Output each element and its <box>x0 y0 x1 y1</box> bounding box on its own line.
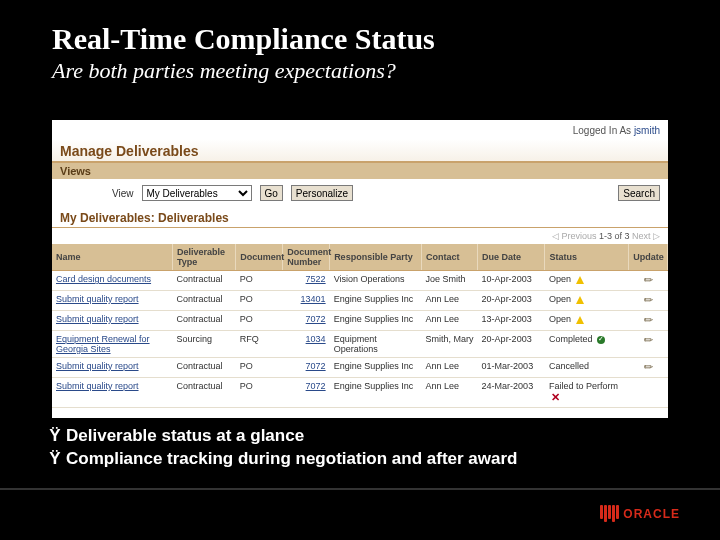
oracle-logo: ORACLE <box>600 505 680 522</box>
cell-due-date: 20-Apr-2003 <box>478 331 545 358</box>
pagination-next: Next ▷ <box>632 231 660 241</box>
go-button[interactable]: Go <box>260 185 283 201</box>
warning-icon <box>576 296 584 304</box>
cell-due-date: 20-Apr-2003 <box>478 291 545 311</box>
cell-document-number: 7522 <box>283 271 330 291</box>
cell-type: Sourcing <box>172 331 235 358</box>
cell-type: Contractual <box>172 311 235 331</box>
search-button[interactable]: Search <box>618 185 660 201</box>
document-number-link[interactable]: 7072 <box>306 314 326 324</box>
cell-name: Card design documents <box>52 271 172 291</box>
document-number-link[interactable]: 7072 <box>306 381 326 391</box>
deliverable-link[interactable]: Submit quality report <box>56 294 139 304</box>
cell-contact: Joe Smith <box>421 271 477 291</box>
cell-contact: Ann Lee <box>421 378 477 408</box>
table-row: Submit quality reportContractualPO13401E… <box>52 291 668 311</box>
cell-document: PO <box>236 358 283 378</box>
application-screenshot: Logged In As jsmith Manage Deliverables … <box>52 120 668 418</box>
views-section-header: Views <box>52 163 668 179</box>
edit-icon[interactable]: ✎ <box>640 360 656 376</box>
deliverable-link[interactable]: Submit quality report <box>56 314 139 324</box>
deliverables-table: Name Deliverable Type Document Document … <box>52 244 668 408</box>
cell-type: Contractual <box>172 358 235 378</box>
bullet-text: Deliverable status at a glance <box>66 426 304 445</box>
cell-responsible-party: Engine Supplies Inc <box>330 291 422 311</box>
view-select[interactable]: My Deliverables <box>142 185 252 201</box>
cell-contact: Smith, Mary <box>421 331 477 358</box>
col-update[interactable]: Update <box>629 244 668 271</box>
cell-responsible-party: Engine Supplies Inc <box>330 311 422 331</box>
warning-icon <box>576 276 584 284</box>
table-row: Submit quality reportContractualPO7072En… <box>52 378 668 408</box>
bullet-icon: Ÿ <box>44 449 66 469</box>
pagination-range: 1-3 of 3 <box>599 231 630 241</box>
cell-due-date: 01-Mar-2003 <box>478 358 545 378</box>
check-icon <box>597 336 605 344</box>
table-row: Submit quality reportContractualPO7072En… <box>52 358 668 378</box>
slide-subtitle: Are both parties meeting expectations? <box>0 56 720 84</box>
personalize-button[interactable]: Personalize <box>291 185 353 201</box>
cell-status: Cancelled <box>545 358 629 378</box>
cell-document-number: 7072 <box>283 358 330 378</box>
page-title: Manage Deliverables <box>52 139 668 163</box>
cell-document-number: 7072 <box>283 378 330 408</box>
document-number-link[interactable]: 1034 <box>306 334 326 344</box>
x-icon: ✕ <box>551 391 560 404</box>
view-label: View <box>112 188 134 199</box>
document-number-link[interactable]: 7522 <box>306 274 326 284</box>
table-row: Equipment Renewal for Georgia SitesSourc… <box>52 331 668 358</box>
col-name[interactable]: Name <box>52 244 172 271</box>
pagination-previous: ◁ Previous <box>552 231 597 241</box>
table-row: Submit quality reportContractualPO7072En… <box>52 311 668 331</box>
cell-name: Submit quality report <box>52 311 172 331</box>
bullet-text: Compliance tracking during negotiation a… <box>66 449 518 468</box>
edit-icon[interactable]: ✎ <box>640 333 656 349</box>
document-number-link[interactable]: 7072 <box>306 361 326 371</box>
cell-contact: Ann Lee <box>421 358 477 378</box>
table-header-row: Name Deliverable Type Document Document … <box>52 244 668 271</box>
cell-name: Equipment Renewal for Georgia Sites <box>52 331 172 358</box>
cell-document: PO <box>236 291 283 311</box>
cell-type: Contractual <box>172 291 235 311</box>
cell-update: ✎ <box>629 291 668 311</box>
col-type[interactable]: Deliverable Type <box>172 244 235 271</box>
edit-icon[interactable]: ✎ <box>640 293 656 309</box>
col-contact[interactable]: Contact <box>421 244 477 271</box>
oracle-logo-text: ORACLE <box>623 507 680 521</box>
views-toolbar: View My Deliverables Go Personalize Sear… <box>52 179 668 207</box>
section-subheader: My Deliverables: Deliverables <box>52 207 668 228</box>
cell-status: Failed to Perform ✕ <box>545 378 629 408</box>
cell-responsible-party: Engine Supplies Inc <box>330 358 422 378</box>
cell-contact: Ann Lee <box>421 291 477 311</box>
cell-document-number: 7072 <box>283 311 330 331</box>
document-number-link[interactable]: 13401 <box>301 294 326 304</box>
cell-update: ✎ <box>629 331 668 358</box>
cell-name: Submit quality report <box>52 291 172 311</box>
pagination: ◁ Previous 1-3 of 3 Next ▷ <box>52 228 668 244</box>
edit-icon[interactable]: ✎ <box>640 273 656 289</box>
logged-in-user: jsmith <box>634 125 660 136</box>
warning-icon <box>576 316 584 324</box>
cell-document-number: 1034 <box>283 331 330 358</box>
edit-icon[interactable]: ✎ <box>640 313 656 329</box>
oracle-logo-icon <box>600 505 619 522</box>
footer-divider <box>0 488 720 490</box>
cell-due-date: 10-Apr-2003 <box>478 271 545 291</box>
bullet-icon: Ÿ <box>44 426 66 446</box>
col-document-number[interactable]: Document Number <box>283 244 330 271</box>
deliverable-link[interactable]: Equipment Renewal for Georgia Sites <box>56 334 150 354</box>
col-due-date[interactable]: Due Date <box>478 244 545 271</box>
cell-update: ✎ <box>629 358 668 378</box>
col-responsible-party[interactable]: Responsible Party <box>330 244 422 271</box>
deliverable-link[interactable]: Card design documents <box>56 274 151 284</box>
col-document[interactable]: Document <box>236 244 283 271</box>
cell-document-number: 13401 <box>283 291 330 311</box>
cell-contact: Ann Lee <box>421 311 477 331</box>
deliverable-link[interactable]: Submit quality report <box>56 361 139 371</box>
cell-document: PO <box>236 378 283 408</box>
cell-type: Contractual <box>172 378 235 408</box>
deliverable-link[interactable]: Submit quality report <box>56 381 139 391</box>
table-row: Card design documentsContractualPO7522Vi… <box>52 271 668 291</box>
cell-status: Completed <box>545 331 629 358</box>
col-status[interactable]: Status <box>545 244 629 271</box>
